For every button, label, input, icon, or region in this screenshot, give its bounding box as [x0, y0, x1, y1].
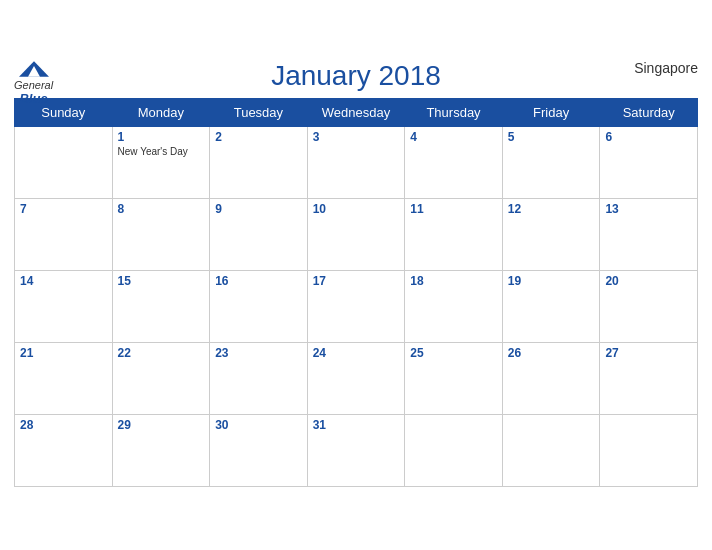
day-cell: [600, 414, 698, 486]
header-wednesday: Wednesday: [307, 98, 405, 126]
day-cell: 9: [210, 198, 308, 270]
day-cell: 29: [112, 414, 210, 486]
day-number: 19: [508, 274, 595, 288]
day-cell: 25: [405, 342, 503, 414]
day-number: 28: [20, 418, 107, 432]
day-cell: [502, 414, 600, 486]
logo-icon: [19, 60, 49, 78]
day-cell: 30: [210, 414, 308, 486]
day-cell: 11: [405, 198, 503, 270]
header-monday: Monday: [112, 98, 210, 126]
day-cell: 5: [502, 126, 600, 198]
day-cell: 3: [307, 126, 405, 198]
day-cell: 14: [15, 270, 113, 342]
day-cell: 28: [15, 414, 113, 486]
day-cell: 20: [600, 270, 698, 342]
calendar-container: General Blue January 2018 Singapore Sund…: [0, 50, 712, 501]
day-cell: 10: [307, 198, 405, 270]
country-label: Singapore: [634, 60, 698, 76]
day-number: 5: [508, 130, 595, 144]
day-number: 1: [118, 130, 205, 144]
day-number: 14: [20, 274, 107, 288]
day-number: 16: [215, 274, 302, 288]
day-number: 10: [313, 202, 400, 216]
day-number: 6: [605, 130, 692, 144]
week-row-3: 21222324252627: [15, 342, 698, 414]
day-cell: 17: [307, 270, 405, 342]
header-thursday: Thursday: [405, 98, 503, 126]
day-cell: 1New Year's Day: [112, 126, 210, 198]
day-number: 7: [20, 202, 107, 216]
day-cell: 22: [112, 342, 210, 414]
day-cell: 16: [210, 270, 308, 342]
day-cell: 31: [307, 414, 405, 486]
day-number: 30: [215, 418, 302, 432]
day-number: 9: [215, 202, 302, 216]
holiday-label: New Year's Day: [118, 146, 205, 157]
logo: General Blue: [14, 60, 53, 106]
day-cell: 12: [502, 198, 600, 270]
day-number: 13: [605, 202, 692, 216]
day-cell: 26: [502, 342, 600, 414]
day-number: 17: [313, 274, 400, 288]
day-number: 11: [410, 202, 497, 216]
logo-general-text: General: [14, 79, 53, 91]
day-cell: 6: [600, 126, 698, 198]
day-cell: 15: [112, 270, 210, 342]
day-number: 4: [410, 130, 497, 144]
week-row-4: 28293031: [15, 414, 698, 486]
calendar-title: January 2018: [271, 60, 441, 92]
calendar-body: 1New Year's Day2345678910111213141516171…: [15, 126, 698, 486]
day-number: 29: [118, 418, 205, 432]
day-number: 31: [313, 418, 400, 432]
calendar-table: Sunday Monday Tuesday Wednesday Thursday…: [14, 98, 698, 487]
day-number: 24: [313, 346, 400, 360]
day-cell: 21: [15, 342, 113, 414]
day-number: 15: [118, 274, 205, 288]
day-number: 12: [508, 202, 595, 216]
day-cell: [15, 126, 113, 198]
day-cell: 8: [112, 198, 210, 270]
day-number: 18: [410, 274, 497, 288]
day-number: 3: [313, 130, 400, 144]
week-row-0: 1New Year's Day23456: [15, 126, 698, 198]
day-cell: [405, 414, 503, 486]
day-cell: 13: [600, 198, 698, 270]
day-number: 23: [215, 346, 302, 360]
day-cell: 2: [210, 126, 308, 198]
header-friday: Friday: [502, 98, 600, 126]
day-number: 26: [508, 346, 595, 360]
day-cell: 18: [405, 270, 503, 342]
day-cell: 23: [210, 342, 308, 414]
day-cell: 24: [307, 342, 405, 414]
day-number: 8: [118, 202, 205, 216]
day-number: 21: [20, 346, 107, 360]
header-tuesday: Tuesday: [210, 98, 308, 126]
day-number: 25: [410, 346, 497, 360]
day-number: 20: [605, 274, 692, 288]
day-cell: 27: [600, 342, 698, 414]
weekday-header-row: Sunday Monday Tuesday Wednesday Thursday…: [15, 98, 698, 126]
day-number: 2: [215, 130, 302, 144]
header-saturday: Saturday: [600, 98, 698, 126]
day-number: 22: [118, 346, 205, 360]
logo-blue-text: Blue: [19, 91, 47, 106]
day-cell: 7: [15, 198, 113, 270]
calendar-header: General Blue January 2018 Singapore: [14, 60, 698, 92]
week-row-2: 14151617181920: [15, 270, 698, 342]
day-cell: 19: [502, 270, 600, 342]
week-row-1: 78910111213: [15, 198, 698, 270]
day-number: 27: [605, 346, 692, 360]
day-cell: 4: [405, 126, 503, 198]
